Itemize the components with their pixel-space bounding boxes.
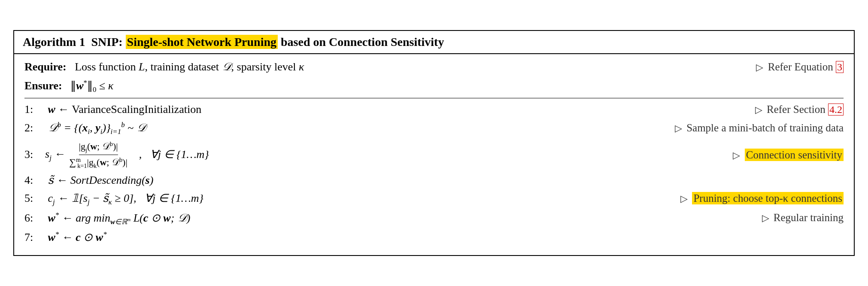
step-2-num: 2: [24,120,45,136]
ensure-line: Ensure: ‖w*‖0 ≤ κ [24,78,844,95]
algorithm-box: Algorithm 1 SNIP: Single-shot Network Pr… [13,30,855,256]
step-3-right: ▷ Connection sensitivity [663,147,844,162]
require-label: Require: [24,61,67,73]
step-1-num: 1: [24,102,45,117]
step-4-left: 4: s̃ ← SortDescending(s) [24,173,663,188]
algorithm-body: Require: Loss function L, training datas… [14,54,854,255]
fraction: |gj(w; 𝒟b)| ∑mk=1|gk(w; 𝒟b)| [69,140,127,170]
ref-section-42[interactable]: 4.2 [828,103,844,116]
step-4-num: 4: [24,173,45,188]
step-3-num: 3: [24,147,45,162]
ensure-label: Ensure: [24,79,62,92]
fraction-numerator: |gj(w; 𝒟b)| [79,140,118,155]
step-6-num: 6: [24,210,45,226]
algo-steps: 1: w ← VarianceScalingInitialization ▷ R… [24,102,844,245]
require-right: ▷ Refer Equation 3 [663,59,844,75]
triangle-icon-1: ▷ [756,62,763,73]
step-3-left: 3: sj ← |gj(w; 𝒟b)| ∑mk=1|gk(w; 𝒟b)| , ∀… [24,140,663,170]
step-4: 4: s̃ ← SortDescending(s) [24,173,844,188]
connection-sensitivity-highlight: Connection sensitivity [745,149,844,161]
highlight-snip: Single-shot Network Pruning [126,35,278,49]
ref-equation-3[interactable]: 3 [836,61,844,73]
step-2: 2: 𝒟b = {(xi, yi)}i=1b ~ 𝒟 ▷ Sample a mi… [24,120,844,137]
step-1-left: 1: w ← VarianceScalingInitialization [24,102,663,117]
step-5: 5: cj ← 𝟙[sj − s̃κ ≥ 0], ∀j ∈ {1…m} ▷ Pr… [24,191,844,207]
step-5-right: ▷ Pruning: choose top-κ connections [663,191,844,206]
step-5-num: 5: [24,191,45,206]
triangle-icon-5: ▷ [680,193,688,204]
step-6-right: ▷ Regular training [663,210,844,225]
triangle-icon-2: ▷ [755,104,762,115]
step-6: 6: w* ← arg minw∈ℝm L(c ⊙ w; 𝒟) ▷ Regula… [24,210,844,227]
triangle-icon-3: ▷ [675,123,682,134]
step-1-right: ▷ Refer Section 4.2 [663,102,844,117]
algorithm-header: Algorithm 1 SNIP: Single-shot Network Pr… [14,31,854,54]
step-2-right: ▷ Sample a mini-batch of training data [663,120,844,135]
step-7-left: 7: w* ← c ⊙ w* [24,229,663,245]
require-line: Require: Loss function L, training datas… [24,59,844,75]
require-ensure-block: Require: Loss function L, training datas… [24,59,844,94]
pruning-highlight: Pruning: choose top-κ connections [692,192,844,204]
ensure-left: Ensure: ‖w*‖0 ≤ κ [24,78,663,95]
step-5-left: 5: cj ← 𝟙[sj − s̃κ ≥ 0], ∀j ∈ {1…m} [24,191,663,207]
fraction-denominator: ∑mk=1|gk(w; 𝒟b)| [69,155,127,170]
step-7: 7: w* ← c ⊙ w* [24,229,844,245]
step-2-left: 2: 𝒟b = {(xi, yi)}i=1b ~ 𝒟 [24,120,663,137]
algorithm-title: Algorithm 1 [23,35,85,49]
divider [24,98,844,98]
step-6-left: 6: w* ← arg minw∈ℝm L(c ⊙ w; 𝒟) [24,210,663,227]
step-3: 3: sj ← |gj(w; 𝒟b)| ∑mk=1|gk(w; 𝒟b)| , ∀… [24,140,844,170]
step-1: 1: w ← VarianceScalingInitialization ▷ R… [24,102,844,117]
triangle-icon-4: ▷ [733,150,740,161]
step-7-num: 7: [24,230,45,245]
triangle-icon-6: ▷ [762,213,769,223]
require-left: Require: Loss function L, training datas… [24,59,663,75]
